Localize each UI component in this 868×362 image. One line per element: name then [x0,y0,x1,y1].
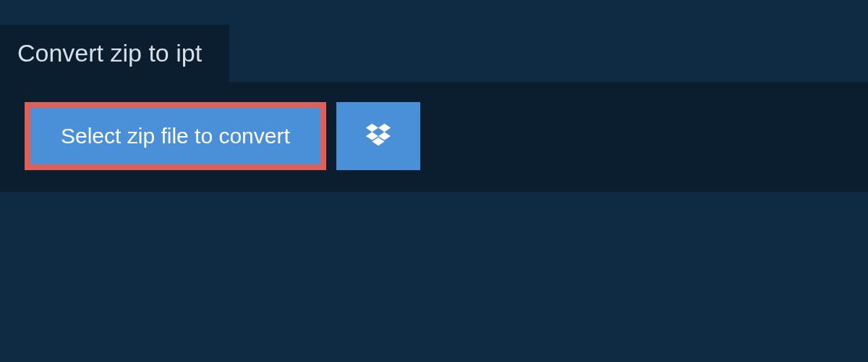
svg-marker-0 [366,124,378,132]
tab-header: Convert zip to ipt [0,25,229,82]
dropbox-button[interactable] [336,102,420,170]
svg-marker-1 [378,124,391,132]
dropbox-icon [365,121,392,151]
page-title: Convert zip to ipt [17,39,202,67]
button-row: Select zip file to convert [25,102,843,170]
content-band: Select zip file to convert [0,82,868,192]
select-file-label: Select zip file to convert [61,125,290,147]
select-file-button[interactable]: Select zip file to convert [25,102,326,170]
